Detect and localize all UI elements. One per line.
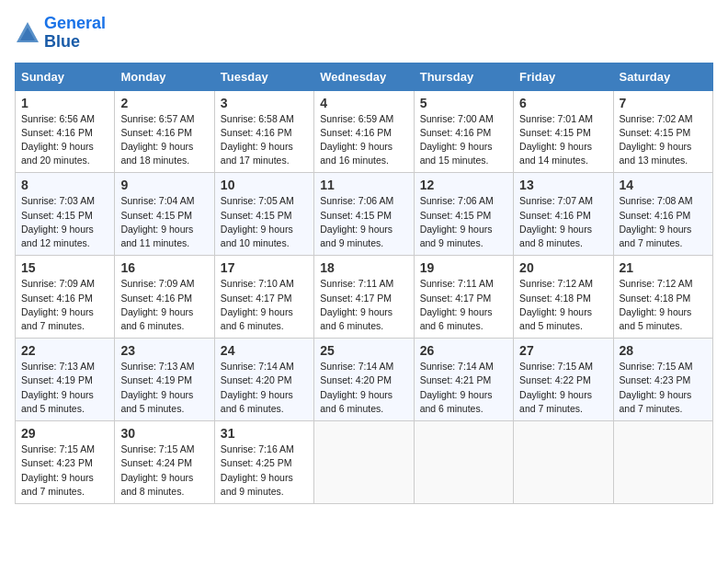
day-number: 27 xyxy=(519,343,607,358)
calendar-day-cell: 1Sunrise: 6:56 AMSunset: 4:16 PMDaylight… xyxy=(16,90,115,173)
day-number: 12 xyxy=(420,178,507,192)
day-info: Sunrise: 7:02 AMSunset: 4:15 PMDaylight:… xyxy=(620,112,707,168)
day-info: Sunrise: 7:13 AMSunset: 4:19 PMDaylight:… xyxy=(21,360,108,416)
calendar-day-cell: 12Sunrise: 7:06 AMSunset: 4:15 PMDayligh… xyxy=(414,173,513,256)
calendar-week-row: 8Sunrise: 7:03 AMSunset: 4:15 PMDaylight… xyxy=(16,173,713,256)
weekday-header: Monday xyxy=(115,63,214,90)
logo-icon xyxy=(15,20,40,46)
day-number: 16 xyxy=(120,260,208,275)
logo: General Blue xyxy=(15,15,106,52)
day-number: 13 xyxy=(519,178,607,192)
day-info: Sunrise: 6:58 AMSunset: 4:16 PMDaylight:… xyxy=(221,112,308,168)
day-number: 28 xyxy=(620,343,707,358)
day-info: Sunrise: 7:07 AMSunset: 4:16 PMDaylight:… xyxy=(519,194,607,250)
calendar-day-cell: 11Sunrise: 7:06 AMSunset: 4:15 PMDayligh… xyxy=(314,173,414,256)
calendar-day-cell: 20Sunrise: 7:12 AMSunset: 4:18 PMDayligh… xyxy=(514,256,613,339)
calendar-day-cell: 4Sunrise: 6:59 AMSunset: 4:16 PMDaylight… xyxy=(314,90,414,173)
day-info: Sunrise: 7:09 AMSunset: 4:16 PMDaylight:… xyxy=(120,277,208,333)
day-number: 6 xyxy=(519,96,607,110)
calendar-day-cell: 7Sunrise: 7:02 AMSunset: 4:15 PMDaylight… xyxy=(613,90,712,173)
day-number: 4 xyxy=(320,96,407,110)
calendar-day-cell: 14Sunrise: 7:08 AMSunset: 4:16 PMDayligh… xyxy=(613,173,712,256)
day-info: Sunrise: 7:13 AMSunset: 4:19 PMDaylight:… xyxy=(120,360,208,416)
calendar-day-cell: 21Sunrise: 7:12 AMSunset: 4:18 PMDayligh… xyxy=(613,256,712,339)
calendar-day-cell: 10Sunrise: 7:05 AMSunset: 4:15 PMDayligh… xyxy=(214,173,313,256)
calendar-week-row: 1Sunrise: 6:56 AMSunset: 4:16 PMDaylight… xyxy=(16,90,713,173)
calendar-day-cell: 19Sunrise: 7:11 AMSunset: 4:17 PMDayligh… xyxy=(414,256,513,339)
calendar-day-cell: 24Sunrise: 7:14 AMSunset: 4:20 PMDayligh… xyxy=(214,339,313,421)
calendar-week-row: 22Sunrise: 7:13 AMSunset: 4:19 PMDayligh… xyxy=(16,339,713,421)
calendar-day-cell: 29Sunrise: 7:15 AMSunset: 4:23 PMDayligh… xyxy=(16,421,115,504)
calendar-day-cell xyxy=(314,421,414,504)
calendar-day-cell: 13Sunrise: 7:07 AMSunset: 4:16 PMDayligh… xyxy=(514,173,613,256)
day-info: Sunrise: 7:14 AMSunset: 4:20 PMDaylight:… xyxy=(221,360,308,416)
day-number: 22 xyxy=(21,343,108,358)
day-info: Sunrise: 7:09 AMSunset: 4:16 PMDaylight:… xyxy=(21,277,108,333)
calendar-day-cell: 9Sunrise: 7:04 AMSunset: 4:15 PMDaylight… xyxy=(115,173,214,256)
day-info: Sunrise: 7:12 AMSunset: 4:18 PMDaylight:… xyxy=(620,277,707,333)
calendar-day-cell: 16Sunrise: 7:09 AMSunset: 4:16 PMDayligh… xyxy=(115,256,214,339)
day-info: Sunrise: 7:08 AMSunset: 4:16 PMDaylight:… xyxy=(620,194,707,250)
calendar-day-cell: 5Sunrise: 7:00 AMSunset: 4:16 PMDaylight… xyxy=(414,90,513,173)
day-number: 11 xyxy=(320,178,407,192)
day-info: Sunrise: 7:10 AMSunset: 4:17 PMDaylight:… xyxy=(221,277,308,333)
day-number: 5 xyxy=(420,96,507,110)
day-number: 29 xyxy=(21,426,108,441)
day-number: 31 xyxy=(221,426,308,441)
calendar-table: SundayMondayTuesdayWednesdayThursdayFrid… xyxy=(15,63,713,504)
weekday-header-row: SundayMondayTuesdayWednesdayThursdayFrid… xyxy=(16,63,713,90)
calendar-day-cell xyxy=(414,421,513,504)
calendar-day-cell: 18Sunrise: 7:11 AMSunset: 4:17 PMDayligh… xyxy=(314,256,414,339)
calendar-day-cell: 26Sunrise: 7:14 AMSunset: 4:21 PMDayligh… xyxy=(414,339,513,421)
day-number: 18 xyxy=(320,260,407,275)
weekday-header: Sunday xyxy=(16,63,115,90)
day-info: Sunrise: 7:15 AMSunset: 4:23 PMDaylight:… xyxy=(21,442,108,499)
page-header: General Blue xyxy=(15,15,713,52)
day-number: 14 xyxy=(620,178,707,192)
day-number: 2 xyxy=(120,96,208,110)
day-info: Sunrise: 7:11 AMSunset: 4:17 PMDaylight:… xyxy=(420,277,507,333)
calendar-day-cell: 17Sunrise: 7:10 AMSunset: 4:17 PMDayligh… xyxy=(214,256,313,339)
day-info: Sunrise: 7:14 AMSunset: 4:21 PMDaylight:… xyxy=(420,360,507,416)
day-info: Sunrise: 7:15 AMSunset: 4:23 PMDaylight:… xyxy=(620,360,707,416)
day-number: 30 xyxy=(120,426,208,441)
weekday-header: Wednesday xyxy=(314,63,414,90)
day-number: 10 xyxy=(221,178,308,192)
day-info: Sunrise: 6:56 AMSunset: 4:16 PMDaylight:… xyxy=(21,112,108,168)
calendar-day-cell: 25Sunrise: 7:14 AMSunset: 4:20 PMDayligh… xyxy=(314,339,414,421)
day-number: 26 xyxy=(420,343,507,358)
calendar-day-cell xyxy=(514,421,613,504)
day-info: Sunrise: 6:59 AMSunset: 4:16 PMDaylight:… xyxy=(320,112,407,168)
day-info: Sunrise: 6:57 AMSunset: 4:16 PMDaylight:… xyxy=(120,112,208,168)
day-info: Sunrise: 7:15 AMSunset: 4:22 PMDaylight:… xyxy=(519,360,607,416)
day-number: 21 xyxy=(620,260,707,275)
weekday-header: Friday xyxy=(514,63,613,90)
day-info: Sunrise: 7:11 AMSunset: 4:17 PMDaylight:… xyxy=(320,277,407,333)
weekday-header: Thursday xyxy=(414,63,513,90)
day-info: Sunrise: 7:05 AMSunset: 4:15 PMDaylight:… xyxy=(221,194,308,250)
day-info: Sunrise: 7:03 AMSunset: 4:15 PMDaylight:… xyxy=(21,194,108,250)
day-number: 15 xyxy=(21,260,108,275)
calendar-day-cell: 22Sunrise: 7:13 AMSunset: 4:19 PMDayligh… xyxy=(16,339,115,421)
day-info: Sunrise: 7:01 AMSunset: 4:15 PMDaylight:… xyxy=(519,112,607,168)
day-number: 7 xyxy=(620,96,707,110)
calendar-day-cell: 6Sunrise: 7:01 AMSunset: 4:15 PMDaylight… xyxy=(514,90,613,173)
calendar-day-cell xyxy=(613,421,712,504)
calendar-day-cell: 3Sunrise: 6:58 AMSunset: 4:16 PMDaylight… xyxy=(214,90,313,173)
calendar-week-row: 15Sunrise: 7:09 AMSunset: 4:16 PMDayligh… xyxy=(16,256,713,339)
day-info: Sunrise: 7:12 AMSunset: 4:18 PMDaylight:… xyxy=(519,277,607,333)
day-info: Sunrise: 7:06 AMSunset: 4:15 PMDaylight:… xyxy=(420,194,507,250)
calendar-day-cell: 2Sunrise: 6:57 AMSunset: 4:16 PMDaylight… xyxy=(115,90,214,173)
day-number: 9 xyxy=(120,178,208,192)
calendar-day-cell: 15Sunrise: 7:09 AMSunset: 4:16 PMDayligh… xyxy=(16,256,115,339)
calendar-week-row: 29Sunrise: 7:15 AMSunset: 4:23 PMDayligh… xyxy=(16,421,713,504)
day-info: Sunrise: 7:16 AMSunset: 4:25 PMDaylight:… xyxy=(221,442,308,499)
day-number: 19 xyxy=(420,260,507,275)
weekday-header: Tuesday xyxy=(214,63,313,90)
day-number: 20 xyxy=(519,260,607,275)
calendar-day-cell: 31Sunrise: 7:16 AMSunset: 4:25 PMDayligh… xyxy=(214,421,313,504)
day-number: 23 xyxy=(120,343,208,358)
day-number: 25 xyxy=(320,343,407,358)
calendar-day-cell: 27Sunrise: 7:15 AMSunset: 4:22 PMDayligh… xyxy=(514,339,613,421)
weekday-header: Saturday xyxy=(613,63,712,90)
